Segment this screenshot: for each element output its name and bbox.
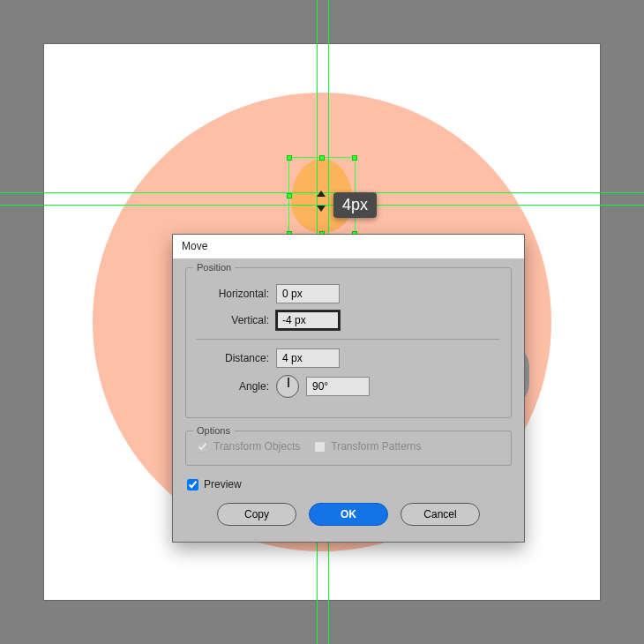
distance-label: Distance: [197, 352, 269, 364]
transform-objects-label: Transform Objects [213, 440, 300, 453]
vertical-label: Vertical: [197, 314, 269, 326]
divider [197, 339, 500, 340]
horizontal-input[interactable] [276, 284, 340, 303]
transform-objects-input[interactable] [197, 441, 208, 453]
distance-input[interactable] [276, 348, 340, 368]
measurement-tooltip: 4px [333, 192, 377, 218]
cancel-button[interactable]: Cancel [401, 503, 480, 526]
transform-patterns-input[interactable] [314, 441, 326, 453]
vertical-input[interactable] [276, 311, 340, 330]
dialog-title: Move [173, 235, 524, 258]
vertical-move-cursor-icon [312, 192, 330, 210]
transform-patterns-label: Transform Patterns [331, 440, 421, 453]
horizontal-label: Horizontal: [197, 288, 269, 300]
position-fieldset: Position Horizontal: Vertical: Distance:… [185, 267, 512, 418]
angle-dial[interactable] [276, 375, 299, 398]
preview-label: Preview [204, 478, 242, 490]
ok-button[interactable]: OK [309, 503, 388, 526]
move-dialog: Move Position Horizontal: Vertical: Dist… [172, 234, 525, 543]
position-legend: Position [193, 262, 235, 273]
options-fieldset: Options Transform Objects Transform Patt… [185, 431, 512, 466]
angle-input[interactable] [306, 377, 370, 396]
angle-label: Angle: [197, 380, 269, 393]
transform-objects-checkbox[interactable]: Transform Objects [197, 440, 300, 453]
copy-button[interactable]: Copy [217, 503, 296, 526]
transform-patterns-checkbox[interactable]: Transform Patterns [314, 440, 421, 453]
options-legend: Options [193, 425, 234, 436]
preview-checkbox[interactable] [187, 479, 198, 490]
